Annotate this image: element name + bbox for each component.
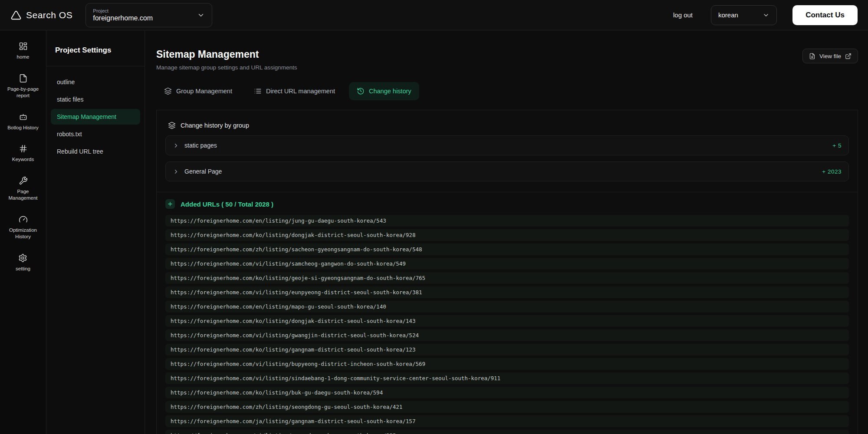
logout-link[interactable]: log out [673,11,693,19]
wrench-icon [19,176,28,185]
section-header: Change history by group [165,122,849,129]
rail-item-label: Page Management [3,188,43,202]
url-list-item: https://foreignerhome.com/ko/listing/geo… [165,272,849,284]
added-urls-header[interactable]: Added URLs ( 50 / Total 2028 ) [165,199,849,209]
group-name: General Page [184,168,222,175]
gear-icon [18,253,27,263]
url-list-item: https://foreignerhome.com/ko/listing/buk… [165,387,849,398]
rail-item-label: Optimization History [3,227,43,240]
sidebar-title: Project Settings [46,30,145,66]
sidebar-item-sitemap-management[interactable]: Sitemap Management [51,109,140,125]
sidebar-list: outline static files Sitemap Management … [46,66,145,167]
plus-icon [165,199,175,209]
triangle-logo-icon [10,10,22,21]
sidebar-item-rebuild-url-tree[interactable]: Rebuild URL tree [51,144,140,159]
list-icon [254,87,262,95]
external-link-icon [845,53,852,59]
icon-nav-rail: home Page-by-page report Botlog History … [0,30,46,434]
app-title: Search OS [26,10,72,20]
hash-icon [19,144,28,153]
added-count-badge: + 2023 [822,168,842,175]
bot-icon [19,112,28,122]
url-list-item: https://foreignerhome.com/vi/listing/sam… [165,258,849,270]
group-name: static pages [184,142,217,149]
main-content: Sitemap Management Manage sitemap group … [145,30,868,434]
url-list-item: https://foreignerhome.com/ja/listing/gan… [165,415,849,427]
page-title: Sitemap Management [156,49,297,60]
tab-label: Change history [369,88,411,95]
group-row-static-pages[interactable]: static pages + 5 [165,135,849,155]
chevron-down-icon [197,11,205,19]
added-urls-section: Added URLs ( 50 / Total 2028 ) https://f… [157,192,858,434]
rail-item-label: setting [16,266,30,273]
rail-item-label: Keywords [12,156,34,163]
added-count-badge: + 5 [832,142,842,149]
project-settings-sidebar: Project Settings outline static files Si… [46,30,145,434]
app-body: home Page-by-page report Botlog History … [0,30,868,434]
rail-item-page-by-page-report[interactable]: Page-by-page report [3,74,43,99]
rail-item-optimization-history[interactable]: Optimization History [3,215,43,240]
chevron-down-icon [763,12,769,19]
sidebar-item-outline[interactable]: outline [51,74,140,90]
added-urls-title: Added URLs ( 50 / Total 2028 ) [181,201,273,208]
language-select[interactable]: korean [711,5,777,25]
page-header: Sitemap Management Manage sitemap group … [156,30,858,71]
tab-change-history[interactable]: Change history [349,82,419,100]
top-header: Search OS Project foreignerhome.com log … [0,0,868,30]
rail-item-home[interactable]: home [17,42,30,61]
group-row-general-page[interactable]: General Page + 2023 [165,161,849,181]
url-list-item: https://foreignerhome.com/vi/listing/yeo… [165,430,849,434]
url-list-item: https://foreignerhome.com/vi/listing/eun… [165,286,849,298]
rail-item-setting[interactable]: setting [16,253,30,273]
url-list-item: https://foreignerhome.com/vi/listing/gwa… [165,329,849,341]
url-list-item: https://foreignerhome.com/vi/listing/bup… [165,358,849,370]
url-list-item: https://foreignerhome.com/ko/listing/don… [165,315,849,327]
view-file-label: View file [819,53,841,59]
page-subtitle: Manage sitemap group settings and URL as… [156,64,297,71]
section-title: Change history by group [181,122,249,129]
contact-us-button[interactable]: Contact Us [792,5,858,25]
rail-item-label: Botlog History [7,125,39,132]
url-list-item: https://foreignerhome.com/en/listing/map… [165,301,849,312]
rail-item-page-management[interactable]: Page Management [3,176,43,202]
url-list-item: https://foreignerhome.com/vi/listing/sin… [165,372,849,384]
gauge-icon [19,215,28,224]
project-select-value: foreignerhome.com [93,14,197,22]
url-list-item: https://foreignerhome.com/zh/listing/sac… [165,243,849,255]
rail-item-botlog-history[interactable]: Botlog History [7,112,39,132]
project-select[interactable]: Project foreignerhome.com [85,3,212,27]
chevron-right-icon [173,142,179,149]
url-list-item: https://foreignerhome.com/en/listing/jun… [165,215,849,227]
rail-item-label: Page-by-page report [3,86,43,99]
rail-item-label: home [17,54,30,61]
layers-icon [164,87,172,95]
sidebar-item-robots-txt[interactable]: robots.txt [51,126,140,142]
language-select-value: korean [718,11,759,19]
tab-label: Direct URL management [266,88,335,95]
rail-item-keywords[interactable]: Keywords [12,144,34,163]
change-history-panel[interactable]: Change history by group static pages + 5… [156,110,858,434]
file-icon [19,74,28,83]
tab-group-management[interactable]: Group Management [156,82,240,100]
view-file-button[interactable]: View file [802,49,858,63]
chevron-right-icon [173,168,179,175]
tab-bar: Group Management Direct URL management C… [156,82,858,100]
file-text-icon [809,53,815,59]
layers-icon [168,122,176,129]
url-list-item: https://foreignerhome.com/ko/listing/gan… [165,344,849,355]
tab-label: Group Management [176,88,232,95]
url-list-item: https://foreignerhome.com/zh/listing/seo… [165,401,849,413]
sidebar-item-static-files[interactable]: static files [51,92,140,107]
project-select-label: Project [93,8,197,13]
change-history-by-group-section: Change history by group static pages + 5… [157,110,858,192]
history-icon [357,87,365,95]
dashboard-icon [19,42,28,51]
url-list-item: https://foreignerhome.com/ko/listing/don… [165,229,849,241]
tab-direct-url-management[interactable]: Direct URL management [246,82,343,100]
added-url-list: https://foreignerhome.com/en/listing/jun… [165,215,849,434]
app-logo: Search OS [10,10,72,21]
